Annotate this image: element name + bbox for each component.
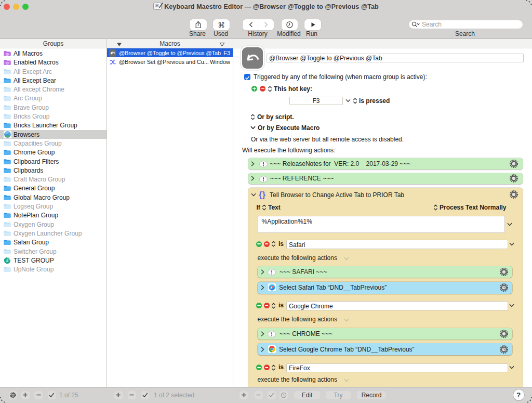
- svg-text:2: 2: [6, 258, 9, 263]
